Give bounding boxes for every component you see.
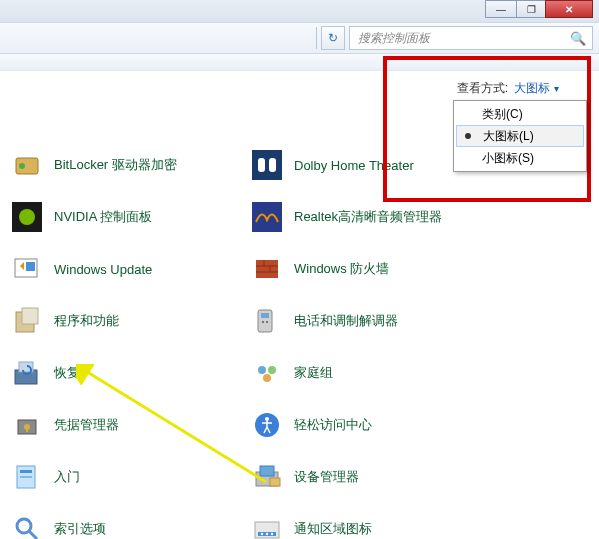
svg-point-35 (265, 417, 269, 421)
dropdown-item-label: 类别(C) (482, 106, 523, 123)
toolbar: ↻ 🔍 (0, 22, 599, 54)
view-by-row: 查看方式: 大图标 ▾ (457, 80, 559, 97)
close-button[interactable]: ✕ (545, 0, 593, 18)
maximize-button[interactable]: ❐ (516, 0, 546, 18)
homegroup-icon (250, 356, 284, 390)
windows-update-icon (10, 252, 44, 286)
item-programs-features[interactable]: 程序和功能 (10, 301, 119, 341)
svg-point-42 (266, 533, 268, 535)
svg-rect-5 (26, 262, 35, 271)
item-label: NVIDIA 控制面板 (54, 208, 152, 226)
item-label: Windows 防火墙 (294, 260, 389, 278)
item-notification-area[interactable]: 通知区域图标 (250, 509, 372, 539)
svg-point-16 (17, 519, 31, 533)
svg-rect-22 (256, 260, 278, 278)
svg-point-43 (271, 533, 273, 535)
svg-rect-14 (20, 470, 32, 473)
item-windows-update[interactable]: Windows Update (10, 249, 152, 289)
dolby-icon (250, 148, 284, 182)
device-manager-icon (250, 460, 284, 494)
refresh-icon: ↻ (328, 31, 338, 45)
item-label: 电话和调制解调器 (294, 312, 398, 330)
item-phone-modem[interactable]: 电话和调制解调器 (250, 301, 398, 341)
chevron-down-icon: ▾ (554, 83, 559, 94)
svg-point-31 (258, 366, 266, 374)
search-icon: 🔍 (570, 31, 586, 46)
svg-point-1 (19, 163, 25, 169)
dropdown-item-label: 小图标(S) (482, 150, 534, 167)
svg-rect-20 (269, 158, 276, 172)
phone-modem-icon (250, 304, 284, 338)
item-device-manager[interactable]: 设备管理器 (250, 457, 359, 497)
minimize-button[interactable]: — (485, 0, 517, 18)
dropdown-item-category[interactable]: 类别(C) (456, 103, 584, 125)
item-indexing-options[interactable]: 索引选项 (10, 509, 106, 539)
svg-rect-38 (270, 478, 280, 486)
nvidia-icon (10, 200, 44, 234)
svg-rect-15 (20, 476, 32, 478)
item-bitlocker[interactable]: BitLocker 驱动器加密 (10, 145, 177, 185)
recovery-icon (10, 356, 44, 390)
ease-of-access-icon (250, 408, 284, 442)
item-ease-of-access[interactable]: 轻松访问中心 (250, 405, 372, 445)
item-label: 通知区域图标 (294, 520, 372, 538)
svg-rect-12 (26, 427, 28, 432)
firewall-icon (250, 252, 284, 286)
item-firewall[interactable]: Windows 防火墙 (250, 249, 389, 289)
titlebar: — ❐ ✕ (0, 0, 599, 22)
svg-point-41 (261, 533, 263, 535)
item-dolby[interactable]: Dolby Home Theater (250, 145, 414, 185)
svg-rect-21 (252, 202, 282, 232)
view-by-dropdown-menu: 类别(C) 大图标(L) 小图标(S) (453, 100, 587, 172)
svg-rect-19 (258, 158, 265, 172)
item-getting-started[interactable]: 入门 (10, 457, 80, 497)
bitlocker-icon (10, 148, 44, 182)
getting-started-icon (10, 460, 44, 494)
svg-point-30 (266, 321, 268, 323)
dropdown-item-large-icons[interactable]: 大图标(L) (456, 125, 584, 147)
item-realtek[interactable]: Realtek高清晰音频管理器 (250, 197, 442, 237)
refresh-button[interactable]: ↻ (321, 26, 345, 50)
item-label: 轻松访问中心 (294, 416, 372, 434)
svg-point-32 (268, 366, 276, 374)
item-label: Windows Update (54, 262, 152, 277)
svg-point-3 (19, 209, 35, 225)
item-label: 入门 (54, 468, 80, 486)
notification-area-icon (250, 512, 284, 539)
view-by-dropdown-trigger[interactable]: 大图标 ▾ (514, 80, 559, 97)
programs-icon (10, 304, 44, 338)
control-panel-items: BitLocker 驱动器加密 NVIDIA 控制面板 Windows Upda… (0, 130, 599, 539)
item-label: 家庭组 (294, 364, 333, 382)
dropdown-item-label: 大图标(L) (483, 128, 534, 145)
svg-point-29 (262, 321, 264, 323)
view-by-label: 查看方式: (457, 80, 508, 97)
item-homegroup[interactable]: 家庭组 (250, 353, 333, 393)
dropdown-item-small-icons[interactable]: 小图标(S) (456, 147, 584, 169)
svg-rect-37 (260, 466, 274, 476)
credential-icon (10, 408, 44, 442)
item-label: 索引选项 (54, 520, 106, 538)
item-label: Dolby Home Theater (294, 158, 414, 173)
bullet-icon (465, 133, 471, 139)
svg-line-17 (29, 531, 37, 539)
svg-rect-18 (252, 150, 282, 180)
item-label: Realtek高清晰音频管理器 (294, 208, 442, 226)
command-bar (0, 54, 599, 71)
item-label: 凭据管理器 (54, 416, 119, 434)
svg-point-33 (263, 374, 271, 382)
item-label: 程序和功能 (54, 312, 119, 330)
indexing-icon (10, 512, 44, 539)
item-label: BitLocker 驱动器加密 (54, 156, 177, 174)
svg-rect-7 (22, 308, 38, 324)
item-credential-manager[interactable]: 凭据管理器 (10, 405, 119, 445)
item-label: 设备管理器 (294, 468, 359, 486)
item-recovery[interactable]: 恢复 (10, 353, 80, 393)
realtek-icon (250, 200, 284, 234)
search-box[interactable]: 🔍 (349, 26, 593, 50)
item-nvidia[interactable]: NVIDIA 控制面板 (10, 197, 152, 237)
svg-rect-28 (261, 313, 269, 318)
separator (316, 27, 317, 49)
search-input[interactable] (356, 30, 570, 46)
item-label: 恢复 (54, 364, 80, 382)
